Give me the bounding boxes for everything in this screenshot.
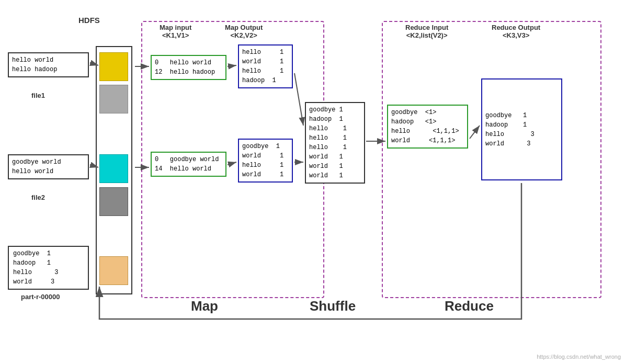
map-output-box1: hello 1 world 1 hello 1 hadoop 1 bbox=[238, 44, 293, 88]
hdfs-column bbox=[96, 46, 132, 294]
map-section-label: Map bbox=[191, 298, 218, 314]
file2-label: file2 bbox=[31, 194, 45, 201]
reduce-input-header: Reduce Input <K2,list(V2)> bbox=[405, 24, 448, 39]
map-output-header: Map Output <K2,V2> bbox=[225, 24, 263, 39]
part-output-box: goodbye 1 hadoop 1 hello 3 world 3 bbox=[8, 246, 89, 290]
file2-content-box: goodbye world hello world bbox=[8, 154, 89, 179]
map-output-box2: goodbye 1 world 1 hello 1 world 1 bbox=[238, 139, 293, 183]
map-input-box2: 0 goodbye world 14 hello world bbox=[151, 152, 226, 177]
map-input-header: Map input <K1,V1> bbox=[160, 24, 191, 39]
shuffle-section-label: Shuffle bbox=[310, 298, 356, 314]
part-label: part-r-00000 bbox=[21, 293, 60, 301]
watermark: https://blog.csdn.net/what_wrong bbox=[537, 354, 621, 360]
hdfs-label: HDFS bbox=[78, 16, 100, 25]
map-input-box1: 0 hello world 12 hello hadoop bbox=[151, 55, 226, 80]
file1-content-box: hello world hello hadoop bbox=[8, 52, 89, 77]
shuffle-box: goodbye 1 hadoop 1 hello 1 hello 1 hello… bbox=[305, 102, 365, 184]
reduce-output-header: Reduce Output <K3,V3> bbox=[492, 24, 540, 39]
reduce-input-box: goodbye <1> hadoop <1> hello <1,1,1> wor… bbox=[387, 105, 468, 149]
reduce-section-label: Reduce bbox=[445, 298, 494, 314]
file1-label: file1 bbox=[31, 92, 45, 99]
reduce-output-box: goodbye 1 hadoop 1 hello 3 world 3 bbox=[481, 78, 562, 180]
